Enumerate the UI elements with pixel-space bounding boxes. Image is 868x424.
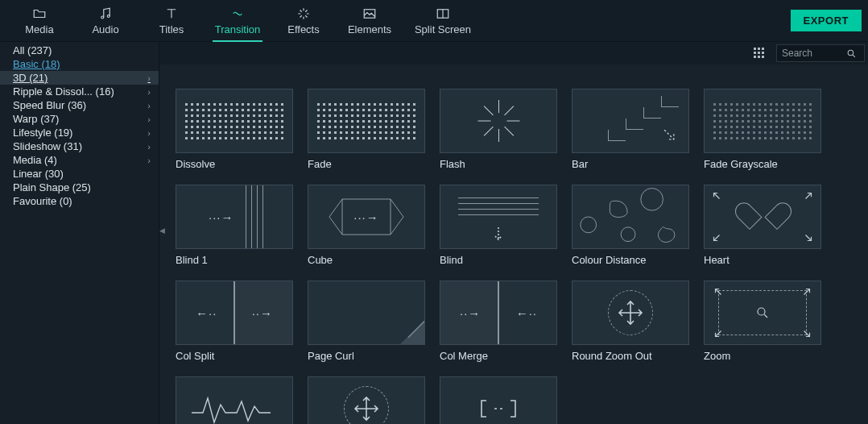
card-label: Bar (572, 158, 689, 170)
thumb-blind (440, 185, 557, 249)
card-label: Blind 1 (176, 254, 293, 266)
sidebar-item-speedblur[interactable]: Speed Blur (36)› (0, 98, 159, 112)
svg-rect-5 (758, 48, 760, 50)
tab-label: Split Screen (415, 23, 471, 35)
transition-card[interactable]: Zoom (704, 281, 821, 362)
tab-effects[interactable]: Effects (271, 0, 337, 42)
transition-card[interactable]: ··→ ←·· Col Merge (440, 281, 557, 362)
tab-elements[interactable]: Elements (337, 0, 403, 42)
card-label: Fade (308, 158, 425, 170)
chevron-right-icon: › (147, 156, 151, 165)
card-label: Round Zoom Out (572, 350, 689, 362)
transition-card[interactable]: Blind (440, 185, 557, 266)
chevron-right-icon: › (147, 142, 151, 152)
sidebar-item-all[interactable]: All (237) (0, 44, 159, 57)
card-label: Page Curl (308, 350, 425, 362)
folder-icon (32, 6, 47, 21)
thumb-fade-gray (704, 89, 821, 153)
transition-icon (230, 6, 245, 21)
dashed-circle-icon (608, 290, 653, 335)
tab-label: Effects (287, 23, 320, 35)
transition-card[interactable]: Bar (572, 89, 689, 170)
transition-card[interactable]: Dissolve (176, 89, 293, 170)
sidebar-item-media[interactable]: Media (4)› (0, 153, 159, 167)
svg-rect-9 (762, 52, 764, 54)
transition-card[interactable]: ←·· ··→ Col Split (176, 281, 293, 362)
transition-card[interactable]: ···→ Cube (308, 185, 425, 266)
search-input[interactable] (782, 48, 846, 59)
card-label: Dissolve (176, 158, 293, 170)
sidebar-item-ripple[interactable]: Ripple & Dissol... (16)› (0, 85, 159, 98)
tab-label: Media (25, 23, 53, 35)
thumb-bar (572, 89, 689, 153)
sparkle-icon (296, 6, 311, 21)
tab-label: Titles (159, 23, 184, 35)
thumb-flash (440, 89, 557, 153)
sidebar-item-label: 3D (21) (13, 72, 48, 84)
grid-view-toggle[interactable] (752, 46, 767, 60)
sidebar-item-favourite[interactable]: Favourite (0) (0, 194, 159, 208)
tab-split-screen[interactable]: Split Screen (403, 0, 483, 42)
sidebar-item-label: Speed Blur (36) (13, 99, 86, 111)
transition-card[interactable]: Colour Distance (572, 185, 689, 266)
tab-titles[interactable]: Titles (138, 0, 205, 42)
arrow-down-right-icon (661, 127, 677, 143)
transition-card[interactable]: Round Zoom Out (572, 281, 689, 362)
tab-transition[interactable]: Transition (205, 0, 271, 42)
sidebar-item-slideshow[interactable]: Slideshow (31)› (0, 139, 159, 153)
thumb-ecg (176, 376, 293, 424)
sidebar-item-linear[interactable]: Linear (30) (0, 167, 159, 181)
export-button[interactable]: EXPORT (791, 10, 862, 31)
card-label: Blind (440, 254, 557, 266)
svg-point-1 (107, 15, 110, 17)
transition-card[interactable] (440, 376, 557, 424)
card-label: Fade Grayscale (704, 158, 821, 170)
card-label: Cube (308, 254, 425, 266)
svg-rect-7 (754, 52, 756, 54)
transition-card[interactable]: Page Curl (308, 281, 425, 362)
page-curl-icon (400, 320, 424, 344)
sidebar-item-lifestyle[interactable]: Lifestyle (19)› (0, 126, 159, 139)
card-label: Flash (440, 158, 557, 170)
sidebar-item-plainshape[interactable]: Plain Shape (25) (0, 181, 159, 194)
search-icon (846, 48, 857, 59)
arrow-down-icon (493, 227, 504, 243)
transition-card[interactable] (308, 376, 425, 424)
sidebar-item-basic[interactable]: Basic (18) (0, 57, 159, 71)
transition-card[interactable] (176, 376, 293, 424)
sidebar-item-warp[interactable]: Warp (37)› (0, 112, 159, 126)
chevron-right-icon: › (147, 87, 151, 97)
card-label: Colour Distance (572, 254, 689, 266)
thumb-round-zoom-in (308, 376, 425, 424)
thumb-blind1: ···→ (176, 185, 293, 249)
brackets-icon (474, 393, 523, 424)
thumb-brackets (440, 376, 557, 424)
chevron-right-icon: › (147, 114, 151, 124)
sidebar-item-label: Linear (30) (13, 168, 64, 180)
card-label: Heart (704, 254, 821, 266)
transitions-grid: Dissolve Fade (176, 89, 852, 424)
dots-icon (713, 103, 812, 139)
transition-card[interactable]: Fade Grayscale (704, 89, 821, 170)
transition-card[interactable]: Fade (308, 89, 425, 170)
svg-rect-4 (754, 48, 756, 50)
split-icon (436, 6, 450, 21)
transition-card[interactable]: Flash (440, 89, 557, 170)
sidebar-item-label: Lifestyle (19) (13, 127, 72, 139)
tab-audio[interactable]: Audio (72, 0, 138, 42)
tab-media[interactable]: Media (6, 0, 72, 42)
transition-card[interactable]: Heart (704, 185, 821, 266)
thumb-colour-distance (572, 185, 689, 249)
dots-icon (185, 103, 283, 139)
dots-icon (317, 103, 415, 139)
sidebar-item-3d[interactable]: 3D (21)› (0, 71, 159, 85)
transition-card[interactable]: ···→ Blind 1 (176, 185, 293, 266)
thumb-col-merge: ··→ ←·· (440, 281, 557, 345)
chevron-right-icon: › (147, 73, 151, 83)
card-label: Col Split (176, 350, 293, 362)
topbar: Media Audio Titles Transition Effects El… (0, 0, 868, 42)
svg-point-17 (581, 217, 597, 233)
dashed-circle-icon (344, 386, 389, 424)
sidebar-collapse-handle[interactable]: ◀ (159, 224, 165, 237)
svg-point-0 (101, 16, 104, 19)
